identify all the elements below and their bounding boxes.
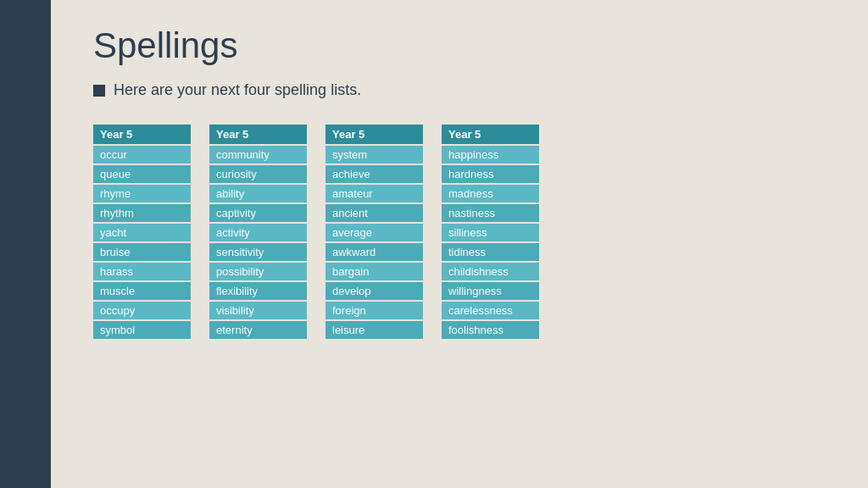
left-sidebar [0,0,51,488]
list-item: nastiness [442,204,539,222]
list-item: symbol [93,321,191,339]
list-item: occur [93,146,191,164]
lists-container: Year 5occurqueuerhymerhythmyachtbruiseha… [93,125,826,341]
list-item: madness [442,185,539,202]
page-title: Spellings [93,25,826,66]
list-item: occupy [93,302,191,319]
spelling-list-1: Year 5occurqueuerhymerhythmyachtbruiseha… [93,125,191,341]
list-item: tidiness [442,243,539,261]
list-item: rhythm [93,204,191,222]
list-item: captivity [209,204,307,222]
list-item: eternity [209,321,307,339]
subtitle-row: Here are your next four spelling lists. [93,81,826,99]
list-item: carelessness [442,302,539,319]
list-item: awkward [326,243,423,261]
list-header-3: Year 5 [326,125,423,144]
spelling-list-4: Year 5happinesshardnessmadnessnastinesss… [442,125,539,341]
list-item: visibility [209,302,307,319]
list-item: curiosity [209,165,307,183]
list-item: happiness [442,146,539,164]
list-item: willingness [442,282,539,300]
list-item: amateur [326,185,423,202]
list-item: ancient [326,204,423,222]
list-item: bargain [326,263,423,280]
list-item: activity [209,224,307,241]
list-item: possibility [209,263,307,280]
list-item: childishness [442,263,539,280]
list-header-1: Year 5 [93,125,191,144]
list-item: average [326,224,423,241]
list-item: leisure [326,321,423,339]
list-item: hardness [442,165,539,183]
list-header-2: Year 5 [209,125,307,144]
list-item: flexibility [209,282,307,300]
list-item: rhyme [93,185,191,202]
list-item: muscle [93,282,191,300]
list-item: silliness [442,224,539,241]
list-item: queue [93,165,191,183]
list-item: foreign [326,302,423,319]
list-item: develop [326,282,423,300]
list-item: system [326,146,423,164]
spelling-list-2: Year 5communitycuriosityabilitycaptivity… [209,125,307,341]
main-content: Spellings Here are your next four spelli… [51,0,868,488]
list-item: yacht [93,224,191,241]
list-item: sensitivity [209,243,307,261]
list-item: foolishness [442,321,539,339]
bullet-icon [93,85,105,97]
list-item: bruise [93,243,191,261]
list-item: harass [93,263,191,280]
spelling-list-3: Year 5systemachieveamateurancientaverage… [326,125,423,341]
list-item: community [209,146,307,164]
list-header-4: Year 5 [442,125,539,144]
subtitle-text: Here are your next four spelling lists. [114,81,361,99]
list-item: achieve [326,165,423,183]
list-item: ability [209,185,307,202]
